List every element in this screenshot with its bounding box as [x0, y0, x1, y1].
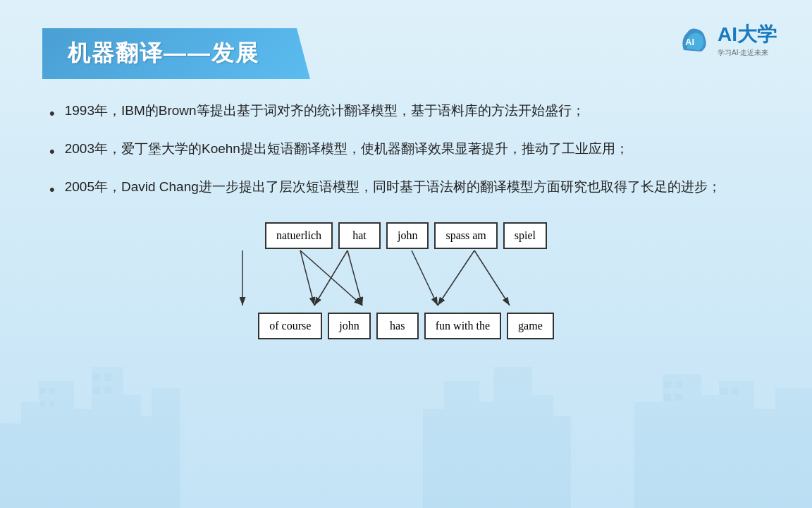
svg-line-41 [412, 250, 438, 306]
bottom-word-1: john [328, 313, 370, 339]
bottom-word-0: of course [258, 313, 322, 339]
bottom-word-3: fun with the [424, 313, 501, 339]
top-word-4: spiel [503, 222, 547, 249]
logo: AI AI大学 学习AI·走近未来 [677, 21, 777, 58]
svg-text:AI: AI [685, 37, 694, 47]
svg-line-42 [474, 250, 510, 306]
bullet-item-3: 2005年，David Chang进一步提出了层次短语模型，同时基于语法树的翻译… [49, 176, 763, 202]
bottom-word-4: game [507, 313, 554, 339]
svg-line-43 [438, 250, 474, 306]
page-title: 机器翻译——发展 [68, 38, 285, 69]
translation-diagram: natuerlich hat john spass am spiel [49, 222, 763, 339]
top-word-0: natuerlich [265, 222, 333, 249]
bullet-item-2: 2003年，爱丁堡大学的Koehn提出短语翻译模型，使机器翻译效果显著提升，推动… [49, 138, 763, 164]
logo-text: AI大学 学习AI·走近未来 [718, 21, 777, 58]
logo-icon: AI [677, 22, 712, 57]
title-bar: 机器翻译——发展 [42, 28, 310, 79]
logo-sub-text: 学习AI·走近未来 [718, 48, 768, 58]
top-word-3: spass am [434, 222, 497, 249]
svg-line-37 [300, 250, 314, 306]
bullet-list: 1993年，IBM的Brown等提出基于词对齐的统计翻译模型，基于语料库的方法开… [49, 100, 763, 202]
bullet-item-1: 1993年，IBM的Brown等提出基于词对齐的统计翻译模型，基于语料库的方法开… [49, 100, 763, 126]
bottom-word-boxes: of course john has fun with the game [258, 313, 554, 339]
top-word-boxes: natuerlich hat john spass am spiel [265, 222, 547, 249]
logo-main-text: AI大学 [718, 21, 777, 48]
top-word-1: hat [338, 222, 381, 249]
bottom-word-2: has [376, 313, 419, 339]
svg-line-38 [347, 250, 362, 306]
slide-container: AI AI大学 学习AI·走近未来 机器翻译——发展 1993年，IBM的Bro… [0, 0, 812, 508]
top-word-2: john [386, 222, 429, 249]
svg-line-40 [314, 250, 347, 306]
content-area: 1993年，IBM的Brown等提出基于词对齐的统计翻译模型，基于语料库的方法开… [42, 100, 770, 339]
arrows-svg [202, 249, 610, 313]
